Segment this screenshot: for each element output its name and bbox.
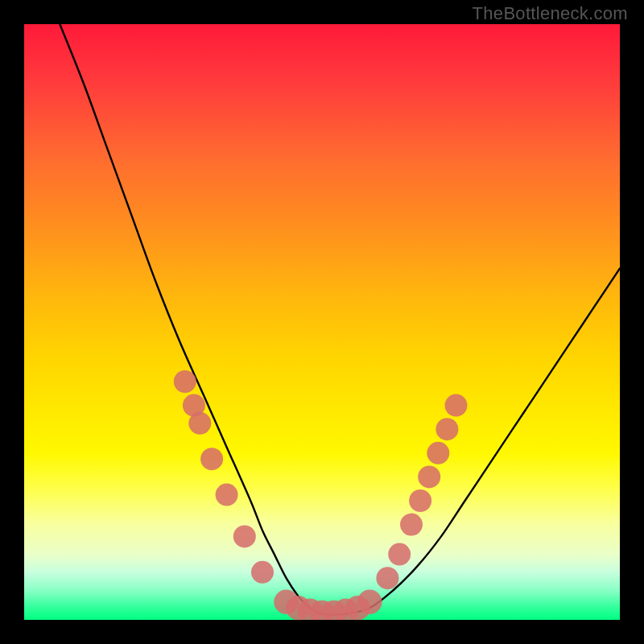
data-marker [376, 567, 398, 589]
data-marker [188, 412, 211, 435]
data-marker [388, 543, 411, 566]
data-marker [357, 590, 382, 615]
data-marker [445, 394, 468, 417]
data-marker [174, 370, 196, 393]
data-marker [418, 465, 440, 488]
bottleneck-curve [60, 24, 620, 615]
chart-frame: TheBottleneck.com [0, 0, 644, 644]
data-marker [427, 442, 449, 464]
watermark-text: TheBottleneck.com [473, 3, 628, 24]
data-marker [436, 418, 458, 440]
data-marker [216, 484, 238, 506]
data-marker [200, 448, 223, 470]
data-marker [251, 561, 274, 584]
data-marker [409, 489, 431, 512]
data-marker [233, 525, 256, 547]
data-marker [400, 514, 423, 536]
marker-group [174, 370, 468, 620]
curve-layer [24, 24, 620, 620]
plot-area [24, 24, 620, 620]
